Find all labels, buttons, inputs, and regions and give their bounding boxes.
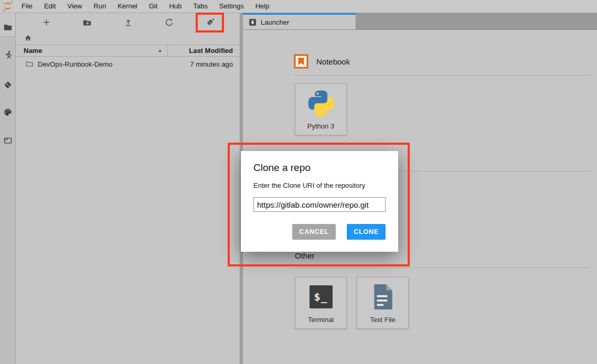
breadcrumb-home[interactable] xyxy=(24,34,32,42)
refresh-icon xyxy=(165,18,174,27)
section-title: Notebook xyxy=(316,57,350,66)
sidebar-item-running-sessions[interactable] xyxy=(0,47,16,62)
file-list-header[interactable]: Name ▲ Last Modified xyxy=(16,45,240,57)
notebook-section-header: Notebook xyxy=(294,54,350,69)
git-clone-button[interactable] xyxy=(189,15,230,30)
git-clone-icon xyxy=(205,17,215,27)
tab-launcher[interactable]: Launcher xyxy=(243,13,356,29)
menu-item-hub[interactable]: Hub xyxy=(163,0,187,13)
menu-item-kernel[interactable]: Kernel xyxy=(112,0,143,13)
sidebar-item-file-browser[interactable] xyxy=(0,19,16,35)
sidebar-item-git[interactable] xyxy=(0,77,16,93)
new-folder-button[interactable] xyxy=(67,15,108,30)
column-header-name[interactable]: Name ▲ xyxy=(16,47,167,55)
new-folder-icon xyxy=(82,18,92,27)
sidebar-item-open-tabs[interactable] xyxy=(0,133,16,148)
upload-button[interactable] xyxy=(108,15,148,30)
clone-repo-dialog: Clone a repo Enter the Clone URI of the … xyxy=(241,151,398,252)
open-tabs-icon xyxy=(3,136,13,145)
card-label: Text File xyxy=(370,316,395,324)
breadcrumb xyxy=(16,31,240,45)
home-icon xyxy=(24,34,32,42)
new-launcher-button[interactable] xyxy=(26,15,67,30)
launcher-card-python3[interactable]: Python 3 xyxy=(295,83,347,135)
file-name: DevOps-Runbook-Demo xyxy=(38,60,112,68)
card-label: Python 3 xyxy=(307,122,334,130)
launcher-icon xyxy=(249,18,257,26)
menu-item-file[interactable]: File xyxy=(16,0,38,13)
folder-outline-icon xyxy=(25,60,34,68)
plus-icon xyxy=(42,18,51,27)
activity-bar xyxy=(0,13,16,364)
menu-item-git[interactable]: Git xyxy=(143,0,164,13)
section-title: Other xyxy=(295,251,315,260)
file-modified: 7 minutes ago xyxy=(190,60,240,68)
notebook-icon xyxy=(294,54,308,69)
text-file-icon xyxy=(371,277,395,316)
clone-button[interactable]: CLONE xyxy=(347,224,386,240)
upload-icon xyxy=(124,18,133,27)
menu-item-view[interactable]: View xyxy=(61,0,88,13)
cancel-button[interactable]: CANCEL xyxy=(292,224,336,240)
file-browser-panel: Name ▲ Last Modified DevOps-Runbook-Demo… xyxy=(16,13,240,364)
launcher-card-textfile[interactable]: Text File xyxy=(357,277,409,329)
clone-uri-input[interactable] xyxy=(253,197,386,212)
menu-bar: File Edit View Run Kernel Git Hub Tabs S… xyxy=(0,0,597,13)
card-label: Terminal xyxy=(308,316,334,324)
file-row[interactable]: DevOps-Runbook-Demo 7 minutes ago xyxy=(16,57,240,71)
python-logo xyxy=(308,84,334,122)
jupyter-logo xyxy=(0,0,16,13)
palette-icon xyxy=(3,108,13,117)
dialog-buttons: CANCEL CLONE xyxy=(253,224,386,240)
column-header-modified[interactable]: Last Modified xyxy=(168,47,240,55)
section-divider xyxy=(294,267,590,268)
git-icon xyxy=(3,80,13,90)
sidebar-item-commands[interactable] xyxy=(0,104,16,120)
launcher-card-terminal[interactable]: $_ Terminal xyxy=(295,277,347,329)
refresh-button[interactable] xyxy=(148,15,189,30)
file-browser-toolbar xyxy=(16,13,240,31)
menu-item-tabs[interactable]: Tabs xyxy=(187,0,213,13)
section-divider xyxy=(294,75,590,76)
sort-ascending-icon: ▲ xyxy=(158,48,162,53)
terminal-icon: $_ xyxy=(310,277,333,316)
other-section-header: Other xyxy=(295,251,315,260)
running-sessions-icon xyxy=(4,50,13,59)
dialog-label: Enter the Clone URI of the repository xyxy=(253,181,386,189)
dialog-title: Clone a repo xyxy=(253,162,386,174)
menu-item-run[interactable]: Run xyxy=(88,0,112,13)
menu-item-help[interactable]: Help xyxy=(250,0,275,13)
folder-icon xyxy=(3,23,13,32)
column-name-label: Name xyxy=(24,47,42,55)
tab-bar: Launcher xyxy=(243,13,597,30)
menu-item-edit[interactable]: Edit xyxy=(38,0,61,13)
tab-label: Launcher xyxy=(261,18,289,26)
menu-item-settings[interactable]: Settings xyxy=(214,0,250,13)
